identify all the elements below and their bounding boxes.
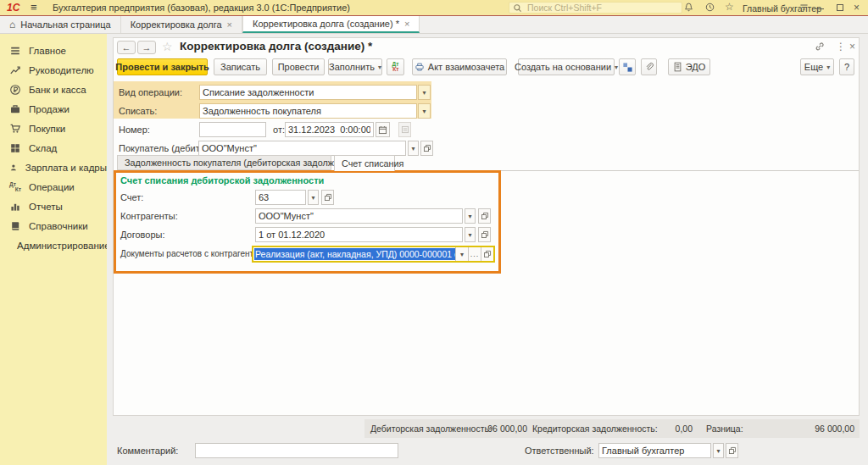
forward-button[interactable]: → [137, 41, 156, 54]
number-field[interactable] [199, 122, 266, 137]
sidebar-item-administration[interactable]: Администрирование [0, 235, 107, 255]
global-search[interactable] [509, 2, 682, 14]
list-icon [401, 125, 409, 134]
tab-writeoff-account[interactable]: Счет списания [334, 155, 395, 171]
tab-home[interactable]: ⌂ Начальная страница [0, 16, 121, 33]
book-icon [9, 220, 21, 232]
sidebar-item-purchases[interactable]: Покупки [0, 119, 107, 138]
calendar-button[interactable] [376, 122, 390, 137]
app-title: Бухгалтерия предприятия (базовая), редак… [53, 3, 350, 13]
post-button[interactable]: Провести [272, 58, 325, 75]
debtor-dropdown[interactable]: ▾ [408, 141, 419, 156]
offset-act-print-button[interactable]: Акт взаимозачета [412, 58, 507, 75]
write-off-field[interactable] [199, 103, 417, 119]
search-input[interactable] [526, 2, 678, 14]
operation-type-dropdown[interactable]: ▾ [418, 85, 431, 100]
tab-label: Корректировка долга (создание) * [253, 19, 399, 29]
sidebar-item-main[interactable]: Главное [0, 41, 107, 60]
number-settings-button [398, 122, 411, 137]
responsible-field[interactable] [598, 443, 711, 458]
show-postings-dtkt-button[interactable]: ДтКт [387, 58, 404, 75]
close-document-icon[interactable]: × [849, 41, 855, 53]
sidebar-item-warehouse[interactable]: Склад [0, 138, 107, 158]
settlement-docs-dropdown[interactable]: ▾ [455, 247, 468, 261]
main-area: ← → ☆ Корректировка долга (создание) * ⋮… [107, 34, 868, 465]
tab-close-icon[interactable]: × [404, 19, 409, 29]
date-field[interactable] [285, 122, 374, 137]
fill-button[interactable]: Заполнить▾ [328, 58, 382, 75]
close-window-button[interactable]: × [854, 2, 860, 14]
search-icon [513, 3, 522, 13]
sidebar-item-bank-cash[interactable]: Банк и касса [0, 80, 107, 99]
edo-button[interactable]: ЭДО [668, 58, 710, 75]
titlebar: 1С ≡ Бухгалтерия предприятия (базовая), … [0, 0, 868, 16]
comment-field[interactable] [195, 443, 398, 458]
chevron-down-icon: ▾ [826, 64, 830, 71]
debtor-open-button[interactable] [420, 141, 433, 156]
help-button[interactable]: ? [839, 58, 854, 75]
minimize-button[interactable] [816, 8, 824, 9]
history-icon[interactable] [704, 2, 715, 13]
person-icon [9, 162, 18, 174]
account-open-button[interactable] [321, 190, 334, 205]
maximize-button[interactable] [837, 4, 843, 11]
sidebar-item-reports[interactable]: Отчеты [0, 197, 107, 216]
contractors-field[interactable] [255, 208, 463, 224]
save-button[interactable]: Записать [214, 58, 267, 75]
tab-buyer-debt[interactable]: Задолженность покупателя (дебиторская за… [117, 155, 331, 170]
document-title: Корректировка долга (создание) * [180, 40, 372, 53]
sidebar-item-directories[interactable]: Справочники [0, 216, 107, 235]
sidebar-item-operations[interactable]: ДтКт Операции [0, 177, 107, 197]
tab-debt-adjustment-list[interactable]: Корректировка долга × [121, 16, 242, 33]
settlement-docs-choose-button[interactable]: ... [468, 247, 481, 261]
receivable-value: 96 000,00 [466, 423, 527, 434]
contractors-label: Контрагенты: [120, 208, 178, 224]
sidebar-item-payroll-hr[interactable]: Зарплата и кадры [0, 158, 107, 177]
settlement-docs-open-button[interactable] [481, 247, 493, 261]
number-label: Номер: [119, 122, 150, 137]
tab-debt-adjustment-new[interactable]: Корректировка долга (создание) * × [242, 16, 420, 33]
tab-close-icon[interactable]: × [227, 19, 232, 30]
dtkt-icon: ДтКт [9, 182, 21, 192]
contractors-dropdown[interactable]: ▾ [465, 208, 476, 224]
open-icon [728, 446, 737, 455]
difference-label: Разница: [706, 423, 743, 434]
current-user[interactable]: Главный бухгалтер [743, 3, 821, 14]
favorite-star-icon[interactable]: ☆ [162, 40, 173, 53]
calendar-icon [378, 125, 387, 135]
service-settings-icon[interactable] [798, 2, 810, 13]
responsible-dropdown[interactable]: ▾ [713, 443, 724, 458]
bar-chart-icon [9, 201, 21, 213]
favorites-star-icon[interactable]: ☆ [725, 1, 734, 13]
contracts-open-button[interactable] [478, 227, 491, 242]
contractors-open-button[interactable] [478, 208, 491, 224]
open-icon [481, 212, 489, 220]
get-link-icon[interactable] [814, 42, 825, 53]
date-label: от: [273, 122, 285, 137]
write-off-dropdown[interactable]: ▾ [418, 103, 431, 119]
contracts-dropdown[interactable]: ▾ [465, 227, 476, 242]
open-icon [324, 193, 332, 202]
account-dropdown[interactable]: ▾ [308, 190, 319, 205]
sidebar-item-manager[interactable]: Руководителю [0, 60, 107, 80]
debtor-field[interactable] [198, 141, 406, 156]
sidebar-item-sales[interactable]: Продажи [0, 99, 107, 119]
back-button[interactable]: ← [117, 41, 136, 54]
operation-type-field[interactable] [199, 85, 417, 100]
operation-type-label: Вид операции: [119, 85, 182, 100]
responsible-open-button[interactable] [726, 443, 738, 458]
create-based-on-button[interactable]: Создать на основании▾ [518, 58, 615, 75]
main-menu-icon[interactable]: ≡ [31, 1, 37, 14]
writeoff-account-section: Счет списания дебиторской задолженности … [114, 170, 501, 274]
contracts-field[interactable] [255, 227, 463, 242]
window-tabbar: ⌂ Начальная страница Корректировка долга… [0, 16, 868, 34]
notifications-bell-icon[interactable] [683, 2, 694, 13]
section-title: Счет списания дебиторской задолженности [120, 175, 324, 185]
account-field[interactable] [255, 190, 306, 205]
post-and-close-button[interactable]: Провести и закрыть [117, 58, 208, 75]
attachments-button[interactable] [641, 58, 657, 75]
more-dots-icon[interactable]: ⋮ [836, 41, 846, 53]
settlement-docs-field[interactable]: Реализация (акт, накладная, УПД) 0000-00… [252, 246, 495, 263]
more-button[interactable]: Еще▾ [800, 58, 834, 75]
related-documents-button[interactable] [619, 58, 636, 75]
